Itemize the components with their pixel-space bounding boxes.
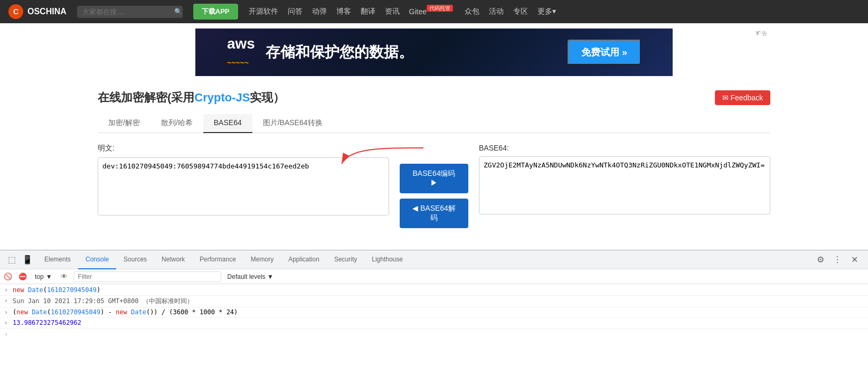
feedback-button[interactable]: ✉ Feedback	[715, 90, 770, 105]
ad-banner[interactable]: aws~~~~~ 存储和保护您的数据。 免费试用 »	[195, 29, 673, 76]
page-title: 在线加密解密(采用Crypto-JS实现）	[98, 90, 285, 106]
page-title-suffix: 实现）	[250, 91, 285, 104]
download-app-button[interactable]: 下载APP	[193, 4, 238, 20]
base64-output[interactable]: ZGV2OjE2MTAyNzA5NDUwNDk6NzYwNTk4OTQ3NzRi…	[479, 156, 770, 214]
ad-left: aws~~~~~ 存储和保护您的数据。	[227, 35, 413, 69]
page-title-prefix: 在线加密解密(采用	[98, 91, 194, 104]
badge-code-hosting: 代码托管	[427, 5, 453, 12]
search-input[interactable]	[82, 8, 171, 16]
page-content: 在线加密解密(采用Crypto-JS实现） ✉ Feedback 加密/解密 散…	[0, 81, 868, 237]
search-box[interactable]: 🔍	[77, 6, 183, 18]
ad-main-text: 存储和保护您的数据。	[266, 42, 413, 62]
ad-cta-button[interactable]: 免费试用 »	[568, 40, 641, 65]
nav-link-opensource[interactable]: 开源软件	[249, 7, 278, 16]
aws-smile: ~~~~~	[227, 59, 249, 67]
top-navigation: C OSCHINA 🔍 下载APP 开源软件 问答 动弹 博客 翻译 资讯 Gi…	[0, 0, 868, 23]
tab-hash[interactable]: 散列/哈希	[150, 114, 203, 133]
base64-section: BASE64: ZGV2OjE2MTAyNzA5NDUwNDk6NzYwNTk4…	[479, 144, 770, 217]
tab-row: 加密/解密 散列/哈希 BASE64 图片/BASE64转换	[98, 114, 770, 133]
logo-text: OSCHINA	[27, 7, 67, 16]
logo-area[interactable]: C OSCHINA	[8, 4, 67, 19]
tab-base64[interactable]: BASE64	[203, 114, 252, 133]
ad-close-icon[interactable]: ✕	[755, 30, 760, 36]
logo-icon: C	[8, 4, 23, 19]
base64-label: BASE64:	[479, 144, 770, 152]
red-arrow-icon	[339, 143, 423, 169]
nav-link-gitee[interactable]: Gitee 代码托管	[409, 7, 455, 16]
nav-link-crowdsource[interactable]: 众包	[465, 7, 479, 16]
aws-logo: aws~~~~~	[227, 35, 255, 69]
page-title-row: 在线加密解密(采用Crypto-JS实现） ✉ Feedback	[98, 90, 770, 106]
nav-links: 开源软件 问答 动弹 博客 翻译 资讯 Gitee 代码托管 众包 活动 专区 …	[249, 7, 556, 16]
buttons-column: BASE64编码 ▶ ◀ BASE64解码	[400, 144, 468, 228]
nav-link-activities[interactable]: 活动	[489, 7, 504, 16]
decode-button[interactable]: ◀ BASE64解码	[400, 199, 468, 228]
page-title-link[interactable]: Crypto-JS	[194, 91, 250, 104]
search-icon: 🔍	[174, 8, 182, 15]
tab-image-base64[interactable]: 图片/BASE64转换	[252, 114, 333, 133]
tab-encrypt-decrypt[interactable]: 加密/解密	[98, 114, 150, 133]
encode-area: 明文: dev:<span class="selected-text">1610…	[98, 144, 770, 228]
nav-link-more[interactable]: 更多▾	[537, 7, 556, 16]
nav-link-blog[interactable]: 博客	[336, 7, 351, 16]
nav-link-qa[interactable]: 问答	[288, 7, 303, 16]
nav-link-dongdan[interactable]: 动弹	[312, 7, 327, 16]
nav-link-translate[interactable]: 翻译	[361, 7, 375, 16]
nav-link-news[interactable]: 资讯	[385, 7, 400, 16]
ad-banner-wrapper: 广告 ✕ aws~~~~~ 存储和保护您的数据。 免费试用 »	[98, 29, 770, 76]
nav-link-special[interactable]: 专区	[513, 7, 528, 16]
